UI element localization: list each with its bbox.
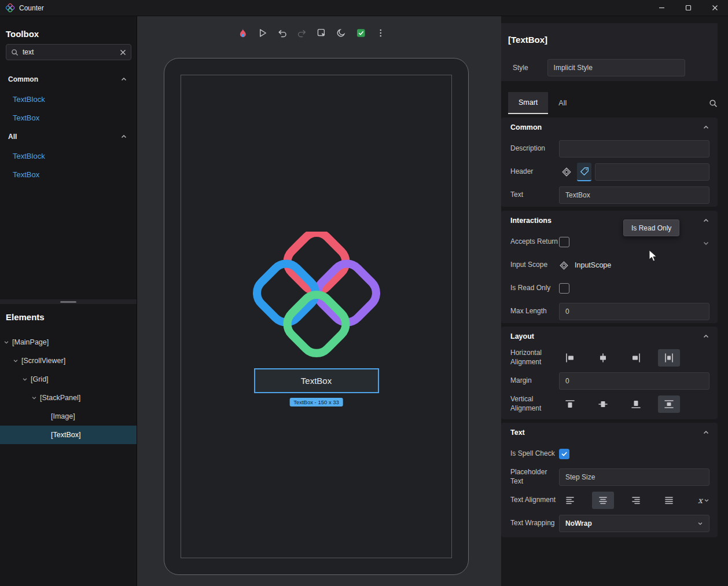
element-picker-icon[interactable] [314,25,329,41]
description-input[interactable] [559,140,709,158]
text-align-right-icon[interactable] [625,492,647,509]
header-label: Header [510,167,559,177]
extension-x-glyph: x [698,496,703,505]
play-icon[interactable] [255,25,270,41]
tab-smart[interactable]: Smart [508,92,548,114]
toolbox-search-input[interactable] [23,48,116,56]
chevron-up-icon[interactable] [703,217,709,224]
undo-icon[interactable] [274,25,289,41]
valign-stretch-icon[interactable] [658,395,680,413]
valign-bottom-icon[interactable] [625,395,647,413]
theme-toggle-moon-icon[interactable] [333,25,348,41]
margin-input[interactable] [559,372,709,390]
tree-item-textbox[interactable]: [TextBox] [0,426,137,444]
placeholder-text-input[interactable] [559,468,709,486]
panel-splitter[interactable] [0,299,137,304]
row-text-wrapping: Text Wrapping NoWrap [501,512,718,535]
halign-right-icon[interactable] [625,349,647,367]
elements-title: Elements [6,312,45,322]
is-read-only-checkbox[interactable] [559,283,569,294]
text-align-center-icon[interactable] [592,492,614,509]
halign-stretch-icon[interactable] [658,349,680,367]
section-title: Text [510,428,525,437]
text-align-justify-icon[interactable] [658,492,680,509]
more-options-icon[interactable] [373,25,388,41]
text-wrapping-dropdown[interactable]: NoWrap [559,515,709,532]
accepts-return-checkbox[interactable] [559,237,569,247]
toolbox-search[interactable] [6,44,131,60]
tree-item-image[interactable]: [Image] [0,407,137,426]
toolbox-item-textblock-all[interactable]: TextBlock [0,147,137,166]
valign-center-icon[interactable] [592,395,614,413]
row-text-alignment: Text Alignment x [501,489,718,512]
header-binding-icon[interactable] [559,163,573,181]
property-inspector: [TextBox] Style Smart All Common Descrip… [501,16,728,586]
is-spell-check-checkbox[interactable] [559,449,569,459]
toolbox-section-all[interactable]: All [0,130,137,144]
is-spell-check-label: Is Spell Check [510,449,559,459]
chevron-up-icon[interactable] [120,133,127,140]
text-input[interactable] [559,186,709,204]
max-length-input[interactable] [559,303,709,320]
tree-item-label: [Image] [51,412,75,420]
text-wrapping-value: NoWrap [565,519,592,528]
row-is-spell-check: Is Spell Check [501,442,718,466]
design-canvas[interactable]: TextBox TextBox - 150 x 33 [137,16,501,586]
hot-reload-flame-icon[interactable] [235,25,250,41]
placeholder-text-label: Placeholder Text [510,468,559,486]
property-search-icon[interactable] [709,99,718,108]
input-scope-binding-icon[interactable] [559,261,569,270]
inspector-tabs: Smart All [508,92,718,114]
chevron-down-icon[interactable] [703,240,709,247]
text-alignment-label: Text Alignment [510,496,559,505]
chevron-down-icon[interactable] [22,376,28,382]
maximize-button[interactable] [675,0,701,16]
redo-icon[interactable] [294,25,309,41]
section-text: Text Is Spell Check Placeholder Text Tex… [501,423,718,537]
chevron-up-icon[interactable] [703,124,709,131]
row-margin: Margin [501,369,718,393]
chevron-down-icon[interactable] [3,339,9,345]
tree-item-grid[interactable]: [Grid] [0,370,137,389]
tree-item-mainpage[interactable]: [MainPage] [0,333,137,351]
halign-left-icon[interactable] [559,349,581,367]
header-tag-icon[interactable] [577,163,591,181]
row-vertical-alignment: Vertical Alignment [501,393,718,416]
chevron-down-icon[interactable] [13,358,19,364]
toolbox-title: Toolbox [6,29,39,39]
toolbox-section-common[interactable]: Common [0,72,137,86]
toolbox-item-textbox-all[interactable]: TextBox [0,166,137,184]
clear-search-icon[interactable] [120,49,126,56]
style-input[interactable] [547,59,685,76]
selected-textbox-element[interactable]: TextBox [254,368,379,393]
row-is-read-only: Is Read Only [501,277,718,300]
section-title: Common [510,123,542,131]
tree-item-stackpanel[interactable]: [StackPanel] [0,389,137,407]
halign-center-icon[interactable] [592,349,614,367]
inspector-title: [TextBox] [508,35,547,45]
chevron-down-icon[interactable] [31,395,37,401]
chevron-up-icon[interactable] [703,333,709,340]
is-read-only-label: Is Read Only [510,284,559,293]
window-title: Counter [19,4,44,12]
toolbox-item-textbox[interactable]: TextBox [0,109,137,127]
header-input[interactable] [595,163,709,181]
title-bar: Counter [0,0,728,16]
chevron-up-icon[interactable] [120,76,127,83]
tree-item-scrollviewer[interactable]: [ScrollViewer] [0,351,137,370]
toolbox-item-textblock[interactable]: TextBlock [0,90,137,109]
chevron-up-icon[interactable] [703,429,709,436]
xaml-extension-button[interactable]: x [698,496,709,505]
text-wrapping-label: Text Wrapping [510,519,559,528]
close-button[interactable] [701,0,728,16]
app-logo-image[interactable] [252,232,381,360]
valign-top-icon[interactable] [559,395,581,413]
tab-all[interactable]: All [548,92,577,114]
validation-check-icon[interactable] [353,25,368,41]
search-icon [11,49,19,56]
input-scope-value[interactable]: InputScope [575,261,611,269]
text-align-left-icon[interactable] [559,492,581,509]
minimize-button[interactable] [648,0,675,16]
device-screen[interactable]: TextBox TextBox - 150 x 33 [181,75,452,558]
row-accepts-return: Accepts Return [501,230,718,254]
